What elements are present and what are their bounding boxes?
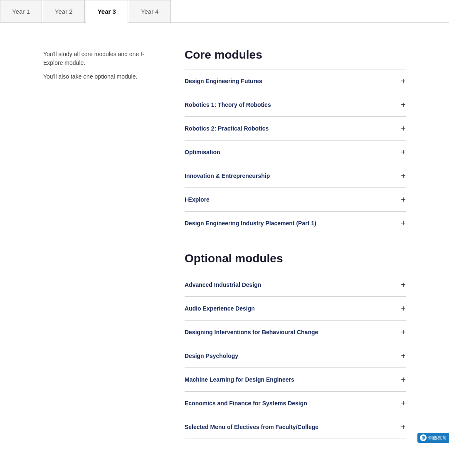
module-name: Robotics 1: Theory of Robotics — [185, 101, 271, 108]
core-modules-list: Design Engineering Futures + Robotics 1:… — [185, 69, 406, 235]
expand-icon: + — [401, 375, 406, 384]
expand-icon: + — [401, 281, 406, 289]
year-tab-year-1[interactable]: Year 1 — [0, 0, 42, 22]
module-item[interactable]: Innovation & Entrepreneurship + — [185, 164, 406, 187]
watermark-text: 剑藤教育 — [428, 435, 447, 441]
expand-icon: + — [401, 304, 406, 313]
module-name: Design Engineering Industry Placement (P… — [185, 220, 316, 227]
module-name: Machine Learning for Design Engineers — [185, 376, 294, 383]
year-tab-year-3[interactable]: Year 3 — [86, 0, 128, 23]
desc-line2: You'll also take one optional module. — [43, 72, 160, 81]
module-item[interactable]: Design Psychology + — [185, 344, 406, 367]
year-tab-year-4[interactable]: Year 4 — [129, 0, 171, 22]
desc-line1: You'll study all core modules and one I-… — [43, 50, 160, 67]
module-name: Advanced Industrial Design — [185, 281, 261, 288]
optional-modules-list: Advanced Industrial Design + Audio Exper… — [185, 273, 406, 439]
main-content: You'll study all core modules and one I-… — [0, 23, 449, 476]
module-item[interactable]: I-Explore + — [185, 187, 406, 211]
expand-icon: + — [401, 124, 406, 133]
module-item[interactable]: Design Engineering Futures + — [185, 69, 406, 93]
expand-icon: + — [401, 352, 406, 360]
expand-icon: + — [401, 328, 406, 336]
module-item[interactable]: Machine Learning for Design Engineers + — [185, 367, 406, 391]
optional-modules-title: Optional modules — [185, 252, 406, 265]
watermark-badge: 微 剑藤教育 — [417, 433, 449, 443]
module-name: I-Explore — [185, 196, 210, 203]
expand-icon: + — [401, 399, 406, 407]
module-name: Innovation & Entrepreneurship — [185, 173, 270, 179]
module-name: Design Engineering Futures — [185, 78, 262, 84]
module-name: Optimisation — [185, 149, 220, 155]
module-name: Robotics 2: Practical Robotics — [185, 125, 269, 132]
year-tabs: Year 1Year 2Year 3Year 4 — [0, 0, 449, 23]
module-item[interactable]: Robotics 2: Practical Robotics + — [185, 116, 406, 140]
module-item[interactable]: Economics and Finance for Systems Design… — [185, 391, 406, 415]
expand-icon: + — [401, 423, 406, 431]
year-tab-year-2[interactable]: Year 2 — [43, 0, 85, 22]
right-modules: Core modules Design Engineering Futures … — [185, 48, 406, 456]
module-item[interactable]: Designing Interventions for Behavioural … — [185, 320, 406, 344]
expand-icon: + — [401, 148, 406, 156]
module-item[interactable]: Audio Experience Design + — [185, 296, 406, 320]
optional-modules-section: Optional modules Advanced Industrial Des… — [185, 252, 406, 439]
module-item[interactable]: Robotics 1: Theory of Robotics + — [185, 93, 406, 116]
module-item[interactable]: Selected Menu of Electives from Faculty/… — [185, 415, 406, 439]
left-description: You'll study all core modules and one I-… — [43, 48, 160, 456]
expand-icon: + — [401, 77, 406, 85]
module-name: Audio Experience Design — [185, 305, 255, 312]
core-modules-title: Core modules — [185, 48, 406, 62]
expand-icon: + — [401, 219, 406, 227]
module-item[interactable]: Advanced Industrial Design + — [185, 273, 406, 296]
module-name: Selected Menu of Electives from Faculty/… — [185, 424, 318, 430]
expand-icon: + — [401, 101, 406, 109]
core-modules-section: Core modules Design Engineering Futures … — [185, 48, 406, 235]
module-name: Economics and Finance for Systems Design — [185, 400, 307, 407]
module-item[interactable]: Optimisation + — [185, 140, 406, 164]
expand-icon: + — [401, 195, 406, 204]
module-name: Design Psychology — [185, 353, 238, 359]
module-item[interactable]: Design Engineering Industry Placement (P… — [185, 211, 406, 235]
expand-icon: + — [401, 172, 406, 180]
module-name: Designing Interventions for Behavioural … — [185, 329, 318, 335]
watermark-logo: 微 — [420, 434, 427, 441]
